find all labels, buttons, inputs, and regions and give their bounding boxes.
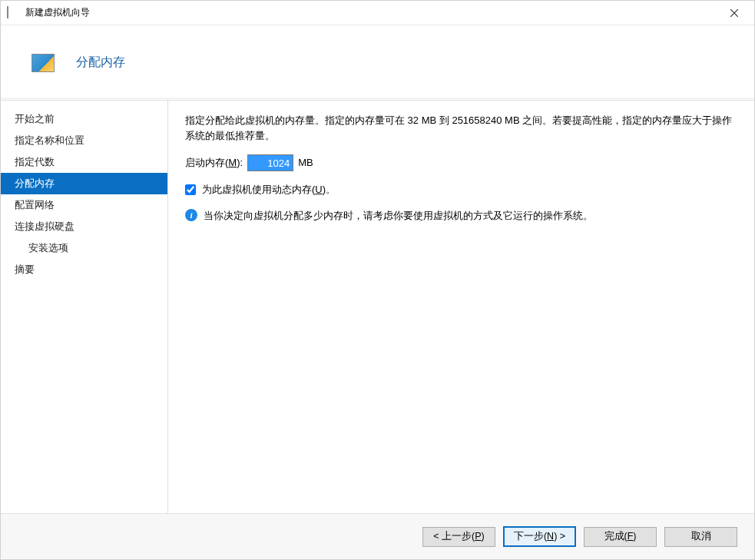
page-title: 分配内存: [76, 55, 125, 71]
btn-text: 取消: [691, 531, 711, 542]
startup-memory-input[interactable]: [247, 154, 293, 171]
close-button[interactable]: [717, 2, 751, 25]
header-icon: [31, 54, 55, 72]
sidebar-item-label: 安装选项: [28, 242, 68, 253]
cancel-button[interactable]: 取消: [664, 527, 737, 547]
info-text: 当你决定向虚拟机分配多少内存时，请考虑你要使用虚拟机的方式及它运行的操作系统。: [204, 208, 593, 224]
sidebar-item-connect-vhd[interactable]: 连接虚拟硬盘: [1, 216, 167, 237]
sidebar-item-assign-memory[interactable]: 分配内存: [1, 173, 167, 194]
label-text: )。: [323, 184, 336, 195]
btn-text: 下一步(: [514, 531, 547, 542]
btn-text: ) >: [554, 531, 565, 542]
close-icon: [730, 9, 738, 17]
wizard-content: 指定分配给此虚拟机的内存量。指定的内存量可在 32 MB 到 251658240…: [168, 101, 754, 513]
label-text: 为此虚拟机使用动态内存(: [202, 184, 315, 195]
titlebar: 新建虚拟机向导: [1, 1, 754, 25]
sidebar-item-generation[interactable]: 指定代数: [1, 151, 167, 173]
label-accel: U: [315, 184, 322, 195]
btn-accel: P: [475, 531, 481, 542]
btn-text: ): [482, 531, 485, 542]
dynamic-memory-checkbox[interactable]: [185, 184, 196, 195]
info-note: i 当你决定向虚拟机分配多少内存时，请考虑你要使用虚拟机的方式及它运行的操作系统…: [185, 208, 737, 224]
sidebar-item-label: 开始之前: [15, 113, 55, 124]
startup-memory-label: 启动内存(M):: [185, 155, 243, 171]
wizard-body: 开始之前 指定名称和位置 指定代数 分配内存 配置网络 连接虚拟硬盘 安装选项 …: [1, 101, 754, 513]
wizard-window: 新建虚拟机向导 分配内存 开始之前 指定名称和位置 指定代数 分配内存 配置网络…: [0, 0, 755, 560]
sidebar-item-name-location[interactable]: 指定名称和位置: [1, 130, 167, 151]
sidebar-item-configure-network[interactable]: 配置网络: [1, 194, 167, 216]
startup-memory-row: 启动内存(M): MB: [185, 154, 737, 171]
btn-text: ): [633, 531, 636, 542]
wizard-footer: < 上一步(P) 下一步(N) > 完成(F) 取消: [1, 513, 754, 559]
sidebar-item-label: 配置网络: [15, 199, 55, 210]
btn-text: 完成(: [604, 531, 628, 542]
info-icon: i: [185, 209, 197, 221]
sidebar-item-label: 摘要: [15, 263, 35, 275]
sidebar-item-label: 指定代数: [15, 156, 55, 167]
wizard-header: 分配内存: [1, 25, 754, 101]
sidebar-item-label: 指定名称和位置: [15, 134, 84, 146]
app-icon: [7, 7, 19, 19]
sidebar-item-before-begin[interactable]: 开始之前: [1, 108, 167, 130]
dynamic-memory-label: 为此虚拟机使用动态内存(U)。: [202, 182, 336, 197]
sidebar-item-install-options[interactable]: 安装选项: [1, 237, 167, 259]
sidebar-item-label: 分配内存: [15, 177, 55, 189]
previous-button[interactable]: < 上一步(P): [422, 527, 495, 547]
btn-accel: N: [547, 531, 554, 542]
sidebar-item-summary[interactable]: 摘要: [1, 259, 167, 280]
label-text: 启动内存(: [185, 157, 228, 168]
window-title: 新建虚拟机向导: [25, 6, 717, 19]
wizard-steps-sidebar: 开始之前 指定名称和位置 指定代数 分配内存 配置网络 连接虚拟硬盘 安装选项 …: [1, 101, 168, 513]
memory-description: 指定分配给此虚拟机的内存量。指定的内存量可在 32 MB 到 251658240…: [185, 113, 737, 144]
sidebar-item-label: 连接虚拟硬盘: [15, 220, 75, 232]
finish-button[interactable]: 完成(F): [584, 527, 657, 547]
dynamic-memory-row: 为此虚拟机使用动态内存(U)。: [185, 182, 737, 197]
label-text: ):: [237, 157, 243, 168]
label-accel: M: [228, 157, 237, 168]
next-button[interactable]: 下一步(N) >: [503, 526, 576, 547]
btn-text: < 上一步(: [433, 531, 475, 542]
memory-unit: MB: [298, 155, 313, 171]
